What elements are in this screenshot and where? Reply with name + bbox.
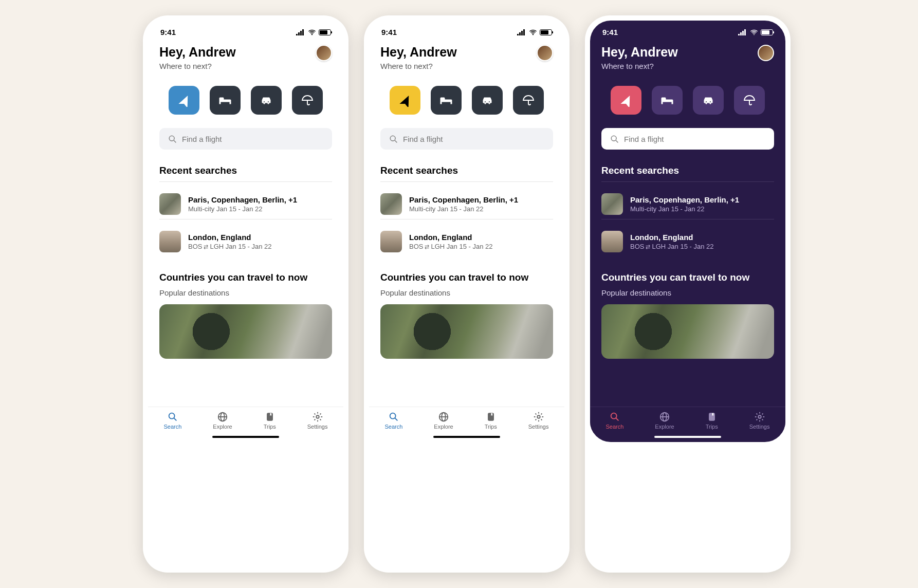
destination-image[interactable] — [380, 304, 553, 359]
tab-search[interactable]: Search — [385, 411, 403, 430]
cellular-icon — [738, 29, 747, 35]
greeting-title: Hey, Andrew — [159, 45, 236, 60]
bookmark-icon — [264, 411, 276, 422]
tab-search[interactable]: Search — [606, 411, 624, 430]
search-bar[interactable] — [380, 128, 553, 150]
search-input[interactable] — [182, 135, 324, 143]
category-bed[interactable] — [431, 86, 462, 115]
search-icon — [609, 411, 620, 422]
gear-icon — [533, 411, 544, 422]
tab-settings[interactable]: Settings — [528, 411, 549, 430]
search-input[interactable] — [403, 135, 545, 143]
tab-explore[interactable]: Explore — [213, 411, 232, 430]
battery-icon — [540, 29, 552, 35]
destination-thumbnail — [380, 193, 402, 215]
travel-section-subtitle: Popular destinations — [601, 288, 774, 297]
destination-image[interactable] — [159, 304, 332, 359]
tab-label: Explore — [434, 424, 453, 430]
destination-thumbnail — [601, 193, 623, 215]
recent-title: Paris, Copenhagen, Berlin, +1 — [188, 195, 297, 204]
tab-explore[interactable]: Explore — [655, 411, 674, 430]
avatar[interactable] — [537, 45, 553, 61]
tab-trips[interactable]: Trips — [485, 411, 497, 430]
destination-thumbnail — [159, 193, 181, 215]
tab-settings[interactable]: Settings — [749, 411, 770, 430]
umbrella-icon — [522, 94, 535, 107]
plane-icon — [619, 94, 633, 107]
status-bar: 9:41 — [590, 21, 785, 41]
tab-explore[interactable]: Explore — [434, 411, 453, 430]
tab-label: Explore — [655, 424, 674, 430]
recent-search-item[interactable]: London, England BOS⇄LGH Jan 15 - Jan 22 — [380, 227, 553, 256]
avatar[interactable] — [758, 45, 774, 61]
search-icon — [167, 411, 178, 422]
search-input[interactable] — [624, 135, 766, 143]
recent-section-title: Recent searches — [380, 165, 553, 176]
category-bed[interactable] — [210, 86, 241, 115]
search-icon — [389, 134, 398, 143]
home-indicator[interactable] — [654, 436, 721, 438]
status-bar: 9:41 — [369, 21, 564, 41]
category-car[interactable] — [472, 86, 503, 115]
tab-label: Settings — [528, 424, 549, 430]
recent-search-item[interactable]: Paris, Copenhagen, Berlin, +1 Multi-city… — [601, 189, 774, 219]
recent-search-item[interactable]: London, England BOS⇄LGH Jan 15 - Jan 22 — [601, 227, 774, 256]
tab-bar: Search Explore Trips Settings — [590, 407, 785, 433]
phone-mockup-yellow: 9:41 Hey, Andrew Where to next? — [364, 15, 570, 573]
destination-image[interactable] — [601, 304, 774, 359]
category-umbrella[interactable] — [292, 86, 323, 115]
search-icon — [388, 411, 399, 422]
recent-subtitle: BOS⇄LGH Jan 15 - Jan 22 — [188, 243, 271, 250]
travel-section-subtitle: Popular destinations — [159, 288, 332, 297]
search-bar[interactable] — [601, 128, 774, 150]
travel-section-title: Countries you can travel to now — [380, 272, 553, 283]
divider — [380, 219, 553, 219]
globe-icon — [438, 411, 449, 422]
category-plane[interactable] — [611, 86, 641, 115]
wifi-icon — [529, 29, 537, 35]
recent-search-item[interactable]: Paris, Copenhagen, Berlin, +1 Multi-city… — [380, 189, 553, 219]
bookmark-icon — [706, 411, 718, 422]
category-car[interactable] — [693, 86, 724, 115]
recent-subtitle: Multi-city Jan 15 - Jan 22 — [630, 205, 739, 213]
tab-settings[interactable]: Settings — [307, 411, 328, 430]
battery-icon — [761, 29, 773, 35]
status-time: 9:41 — [381, 28, 397, 36]
category-bed[interactable] — [652, 86, 683, 115]
umbrella-icon — [743, 94, 756, 107]
category-umbrella[interactable] — [734, 86, 765, 115]
globe-icon — [217, 411, 228, 422]
tab-bar: Search Explore Trips Settings — [148, 407, 343, 433]
recent-subtitle: Multi-city Jan 15 - Jan 22 — [409, 205, 518, 213]
destination-thumbnail — [380, 231, 402, 252]
tab-label: Settings — [749, 424, 770, 430]
category-umbrella[interactable] — [513, 86, 544, 115]
search-icon — [610, 134, 619, 143]
bookmark-icon — [485, 411, 497, 422]
status-icons — [738, 29, 773, 35]
tab-search[interactable]: Search — [164, 411, 182, 430]
car-icon — [481, 94, 494, 107]
category-plane[interactable] — [169, 86, 199, 115]
tab-label: Explore — [213, 424, 232, 430]
divider — [159, 219, 332, 219]
wifi-icon — [750, 29, 758, 35]
gear-icon — [754, 411, 765, 422]
avatar[interactable] — [316, 45, 332, 61]
tab-trips[interactable]: Trips — [264, 411, 276, 430]
divider — [380, 181, 553, 182]
globe-icon — [659, 411, 670, 422]
recent-search-item[interactable]: London, England BOS⇄LGH Jan 15 - Jan 22 — [159, 227, 332, 256]
status-icons — [296, 29, 331, 35]
status-bar: 9:41 — [148, 21, 343, 41]
category-car[interactable] — [251, 86, 282, 115]
tab-label: Search — [606, 424, 624, 430]
recent-search-item[interactable]: Paris, Copenhagen, Berlin, +1 Multi-city… — [159, 189, 332, 219]
phone-mockup-dark: 9:41 Hey, Andrew Where to next? — [585, 15, 791, 573]
home-indicator[interactable] — [212, 436, 279, 438]
status-time: 9:41 — [602, 28, 618, 36]
category-plane[interactable] — [390, 86, 420, 115]
tab-trips[interactable]: Trips — [706, 411, 718, 430]
search-bar[interactable] — [159, 128, 332, 150]
home-indicator[interactable] — [433, 436, 500, 438]
